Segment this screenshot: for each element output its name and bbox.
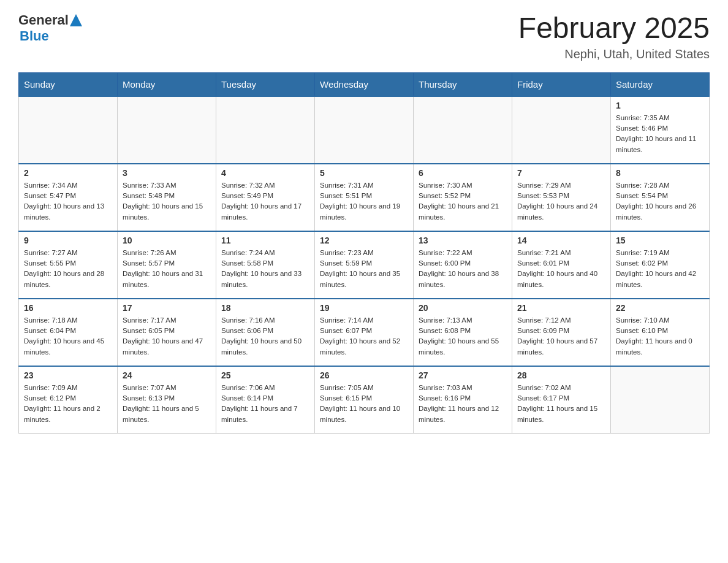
calendar-cell: 9Sunrise: 7:27 AMSunset: 5:55 PMDaylight… — [19, 231, 118, 299]
day-number: 1 — [616, 101, 704, 110]
calendar-cell: 3Sunrise: 7:33 AMSunset: 5:48 PMDaylight… — [118, 164, 216, 231]
day-info: Sunrise: 7:21 AMSunset: 6:01 PMDaylight:… — [517, 248, 605, 290]
calendar-cell — [611, 366, 710, 434]
calendar-cell: 21Sunrise: 7:12 AMSunset: 6:09 PMDayligh… — [512, 299, 611, 366]
header-friday: Friday — [512, 72, 611, 96]
day-info: Sunrise: 7:13 AMSunset: 6:08 PMDaylight:… — [419, 315, 507, 358]
week-row-4: 16Sunrise: 7:18 AMSunset: 6:04 PMDayligh… — [19, 299, 710, 366]
day-number: 11 — [221, 236, 309, 245]
day-info: Sunrise: 7:33 AMSunset: 5:48 PMDaylight:… — [123, 180, 211, 223]
day-info: Sunrise: 7:19 AMSunset: 6:02 PMDaylight:… — [616, 248, 704, 290]
calendar-cell: 13Sunrise: 7:22 AMSunset: 6:00 PMDayligh… — [414, 231, 512, 299]
calendar-cell: 18Sunrise: 7:16 AMSunset: 6:06 PMDayligh… — [216, 299, 315, 366]
calendar-cell: 11Sunrise: 7:24 AMSunset: 5:58 PMDayligh… — [216, 231, 315, 299]
week-row-5: 23Sunrise: 7:09 AMSunset: 6:12 PMDayligh… — [19, 366, 710, 434]
day-info: Sunrise: 7:14 AMSunset: 6:07 PMDaylight:… — [320, 315, 408, 358]
day-info: Sunrise: 7:27 AMSunset: 5:55 PMDaylight:… — [24, 248, 112, 290]
calendar-cell — [414, 96, 512, 164]
day-number: 25 — [221, 370, 309, 380]
calendar-cell — [315, 96, 414, 164]
day-info: Sunrise: 7:35 AMSunset: 5:46 PMDaylight:… — [616, 113, 704, 155]
calendar-cell: 24Sunrise: 7:07 AMSunset: 6:13 PMDayligh… — [118, 366, 216, 434]
page-header: General Blue February 2025 Nephi, Utah, … — [18, 12, 710, 61]
logo: General Blue — [18, 12, 82, 44]
calendar-cell: 27Sunrise: 7:03 AMSunset: 6:16 PMDayligh… — [414, 366, 512, 434]
day-info: Sunrise: 7:09 AMSunset: 6:12 PMDaylight:… — [24, 383, 112, 425]
calendar-cell: 20Sunrise: 7:13 AMSunset: 6:08 PMDayligh… — [414, 299, 512, 366]
day-number: 9 — [24, 236, 112, 245]
calendar-cell: 22Sunrise: 7:10 AMSunset: 6:10 PMDayligh… — [611, 299, 710, 366]
day-info: Sunrise: 7:31 AMSunset: 5:51 PMDaylight:… — [320, 180, 408, 223]
day-number: 2 — [24, 168, 112, 178]
calendar-cell: 17Sunrise: 7:17 AMSunset: 6:05 PMDayligh… — [118, 299, 216, 366]
day-info: Sunrise: 7:24 AMSunset: 5:58 PMDaylight:… — [221, 248, 309, 290]
header-saturday: Saturday — [611, 72, 710, 96]
calendar-table: Sunday Monday Tuesday Wednesday Thursday… — [18, 72, 710, 434]
calendar-cell: 12Sunrise: 7:23 AMSunset: 5:59 PMDayligh… — [315, 231, 414, 299]
day-number: 13 — [419, 236, 507, 245]
day-info: Sunrise: 7:06 AMSunset: 6:14 PMDaylight:… — [221, 383, 309, 425]
page-title: February 2025 — [518, 12, 710, 45]
day-number: 17 — [123, 303, 211, 313]
location-subtitle: Nephi, Utah, United States — [518, 47, 710, 61]
day-info: Sunrise: 7:17 AMSunset: 6:05 PMDaylight:… — [123, 315, 211, 358]
day-info: Sunrise: 7:30 AMSunset: 5:52 PMDaylight:… — [419, 180, 507, 223]
day-number: 23 — [24, 370, 112, 380]
calendar-cell — [118, 96, 216, 164]
logo-general-text: General — [18, 12, 69, 28]
calendar-cell: 14Sunrise: 7:21 AMSunset: 6:01 PMDayligh… — [512, 231, 611, 299]
week-row-3: 9Sunrise: 7:27 AMSunset: 5:55 PMDaylight… — [19, 231, 710, 299]
calendar-cell: 26Sunrise: 7:05 AMSunset: 6:15 PMDayligh… — [315, 366, 414, 434]
header-monday: Monday — [118, 72, 216, 96]
day-number: 21 — [517, 303, 605, 313]
calendar-cell: 8Sunrise: 7:28 AMSunset: 5:54 PMDaylight… — [611, 164, 710, 231]
day-number: 18 — [221, 303, 309, 313]
day-info: Sunrise: 7:23 AMSunset: 5:59 PMDaylight:… — [320, 248, 408, 290]
day-number: 8 — [616, 168, 704, 178]
header-thursday: Thursday — [414, 72, 512, 96]
day-info: Sunrise: 7:26 AMSunset: 5:57 PMDaylight:… — [123, 248, 211, 290]
svg-marker-0 — [70, 14, 82, 26]
day-info: Sunrise: 7:29 AMSunset: 5:53 PMDaylight:… — [517, 180, 605, 223]
day-info: Sunrise: 7:02 AMSunset: 6:17 PMDaylight:… — [517, 383, 605, 425]
day-number: 28 — [517, 370, 605, 380]
calendar-cell: 15Sunrise: 7:19 AMSunset: 6:02 PMDayligh… — [611, 231, 710, 299]
day-number: 14 — [517, 236, 605, 245]
calendar-cell: 19Sunrise: 7:14 AMSunset: 6:07 PMDayligh… — [315, 299, 414, 366]
day-number: 12 — [320, 236, 408, 245]
calendar-cell — [19, 96, 118, 164]
calendar-cell: 28Sunrise: 7:02 AMSunset: 6:17 PMDayligh… — [512, 366, 611, 434]
day-number: 3 — [123, 168, 211, 178]
title-section: February 2025 Nephi, Utah, United States — [518, 12, 710, 61]
day-number: 19 — [320, 303, 408, 313]
calendar-cell: 5Sunrise: 7:31 AMSunset: 5:51 PMDaylight… — [315, 164, 414, 231]
calendar-cell: 2Sunrise: 7:34 AMSunset: 5:47 PMDaylight… — [19, 164, 118, 231]
day-number: 24 — [123, 370, 211, 380]
day-info: Sunrise: 7:34 AMSunset: 5:47 PMDaylight:… — [24, 180, 112, 223]
day-number: 22 — [616, 303, 704, 313]
week-row-1: 1Sunrise: 7:35 AMSunset: 5:46 PMDaylight… — [19, 96, 710, 164]
header-wednesday: Wednesday — [315, 72, 414, 96]
day-info: Sunrise: 7:10 AMSunset: 6:10 PMDaylight:… — [616, 315, 704, 358]
calendar-cell: 4Sunrise: 7:32 AMSunset: 5:49 PMDaylight… — [216, 164, 315, 231]
calendar-cell: 6Sunrise: 7:30 AMSunset: 5:52 PMDaylight… — [414, 164, 512, 231]
week-row-2: 2Sunrise: 7:34 AMSunset: 5:47 PMDaylight… — [19, 164, 710, 231]
day-info: Sunrise: 7:12 AMSunset: 6:09 PMDaylight:… — [517, 315, 605, 358]
calendar-cell — [216, 96, 315, 164]
day-info: Sunrise: 7:22 AMSunset: 6:00 PMDaylight:… — [419, 248, 507, 290]
day-number: 6 — [419, 168, 507, 178]
calendar-cell: 25Sunrise: 7:06 AMSunset: 6:14 PMDayligh… — [216, 366, 315, 434]
day-info: Sunrise: 7:32 AMSunset: 5:49 PMDaylight:… — [221, 180, 309, 223]
calendar-header-row: Sunday Monday Tuesday Wednesday Thursday… — [19, 72, 710, 96]
day-info: Sunrise: 7:28 AMSunset: 5:54 PMDaylight:… — [616, 180, 704, 223]
day-info: Sunrise: 7:03 AMSunset: 6:16 PMDaylight:… — [419, 383, 507, 425]
day-number: 27 — [419, 370, 507, 380]
day-info: Sunrise: 7:05 AMSunset: 6:15 PMDaylight:… — [320, 383, 408, 425]
day-info: Sunrise: 7:07 AMSunset: 6:13 PMDaylight:… — [123, 383, 211, 425]
day-number: 16 — [24, 303, 112, 313]
day-number: 15 — [616, 236, 704, 245]
day-number: 5 — [320, 168, 408, 178]
header-tuesday: Tuesday — [216, 72, 315, 96]
header-sunday: Sunday — [19, 72, 118, 96]
calendar-cell: 16Sunrise: 7:18 AMSunset: 6:04 PMDayligh… — [19, 299, 118, 366]
